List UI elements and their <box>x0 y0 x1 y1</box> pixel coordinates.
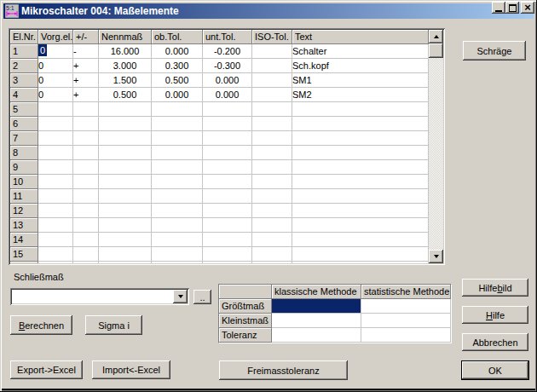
grid-cell[interactable] <box>38 189 73 204</box>
grid-cell[interactable] <box>203 189 252 204</box>
grid-cell[interactable] <box>152 175 203 189</box>
grid-cell[interactable]: + <box>73 88 99 102</box>
berechnen-button[interactable]: Berechnen <box>10 315 72 335</box>
grid-cell[interactable] <box>99 233 152 247</box>
grid-cell[interactable] <box>252 102 292 117</box>
schliessmass-value[interactable] <box>12 290 173 303</box>
grid-cell[interactable] <box>203 102 252 117</box>
grid-cell[interactable] <box>99 146 152 160</box>
grid-cell[interactable] <box>152 247 203 262</box>
grid-cell[interactable] <box>73 131 99 146</box>
grid-cell[interactable] <box>252 204 292 218</box>
grid-cell[interactable] <box>252 59 292 73</box>
grid-cell[interactable] <box>292 189 429 204</box>
hilfebild-button[interactable]: Hilfebild <box>462 279 528 297</box>
grid-cell[interactable]: SM1 <box>292 73 429 88</box>
toleranz-klassisch-cell[interactable] <box>272 328 361 343</box>
grid-cell[interactable] <box>203 117 252 131</box>
grid-cell[interactable] <box>252 262 292 263</box>
grid-cell[interactable] <box>152 204 203 218</box>
grid-cell[interactable] <box>152 233 203 247</box>
grid-cell[interactable] <box>99 160 152 175</box>
grid-cell[interactable] <box>203 262 252 263</box>
grid-cell[interactable] <box>99 204 152 218</box>
grid-cell[interactable] <box>292 117 429 131</box>
scroll-up-button[interactable] <box>429 30 443 43</box>
grid-cell[interactable] <box>252 247 292 262</box>
grid-cell[interactable]: 1.500 <box>99 73 152 88</box>
grid-cell[interactable] <box>252 233 292 247</box>
grid-cell[interactable]: Sch.kopf <box>292 59 429 73</box>
export-excel-button[interactable]: Export->Excel <box>10 360 83 379</box>
grid-cell[interactable] <box>73 262 99 263</box>
grid-cell[interactable]: -0.300 <box>203 59 252 73</box>
grid-cell[interactable] <box>203 160 252 175</box>
grid-cell[interactable]: - <box>73 44 99 59</box>
grid-cell[interactable] <box>252 146 292 160</box>
grid-cell[interactable]: 0 <box>38 59 73 73</box>
grid-cell[interactable] <box>38 117 73 131</box>
minimize-button[interactable] <box>492 2 505 14</box>
sigma-i-button[interactable]: Sigma i <box>85 315 142 335</box>
grid-cell[interactable] <box>252 44 292 59</box>
grid-cell[interactable] <box>292 262 429 263</box>
abbrechen-button[interactable]: Abbrechen <box>462 333 528 351</box>
grid-cell[interactable]: -0.200 <box>203 44 252 59</box>
grid-cell[interactable] <box>292 160 429 175</box>
grid-cell[interactable] <box>203 175 252 189</box>
grid-cell[interactable]: Schalter <box>292 44 429 59</box>
grid-cell[interactable] <box>252 160 292 175</box>
grid-cell[interactable] <box>152 102 203 117</box>
grid-cell[interactable] <box>152 146 203 160</box>
grid-cell[interactable] <box>99 189 152 204</box>
grid-cell[interactable]: 16.000 <box>99 44 152 59</box>
grid-cell[interactable]: 3.000 <box>99 59 152 73</box>
grid-cell[interactable] <box>38 131 73 146</box>
grid-cell[interactable] <box>292 204 429 218</box>
kleinstmass-statistisch-cell[interactable] <box>361 314 451 328</box>
grid-cell[interactable]: 0 <box>38 88 73 102</box>
grid-cell[interactable] <box>152 117 203 131</box>
import-excel-button[interactable]: Import<-Excel <box>92 360 170 379</box>
grid-cell[interactable] <box>203 204 252 218</box>
grid-cell[interactable] <box>99 247 152 262</box>
grid-cell[interactable] <box>99 175 152 189</box>
schliessmass-combobox[interactable] <box>10 288 189 305</box>
grid-cell[interactable] <box>152 189 203 204</box>
grid-cell[interactable] <box>73 146 99 160</box>
grid-cell[interactable] <box>99 102 152 117</box>
kleinstmass-klassisch-cell[interactable] <box>272 314 361 328</box>
grid-cell[interactable]: 0.000 <box>203 73 252 88</box>
vertical-scrollbar[interactable] <box>429 30 443 263</box>
grid-cell[interactable] <box>73 189 99 204</box>
grid-cell[interactable] <box>99 218 152 233</box>
grid-cell[interactable] <box>99 117 152 131</box>
grid-cell[interactable] <box>252 88 292 102</box>
grid-cell[interactable]: 0.000 <box>152 44 203 59</box>
grid-cell[interactable] <box>152 160 203 175</box>
grid-cell[interactable] <box>38 218 73 233</box>
grid-cell[interactable] <box>73 204 99 218</box>
grid-cell[interactable]: 0.500 <box>99 88 152 102</box>
freimasstoleranz-button[interactable]: Freimasstoleranz <box>219 360 348 380</box>
grid-cell[interactable]: SM2 <box>292 88 429 102</box>
grid-cell[interactable] <box>38 160 73 175</box>
grid-cell[interactable] <box>252 218 292 233</box>
grid-cell[interactable] <box>99 131 152 146</box>
grid-cell[interactable] <box>292 247 429 262</box>
grid-cell[interactable] <box>292 102 429 117</box>
scrollbar-thumb[interactable] <box>429 43 443 58</box>
grid-cell[interactable]: 0 <box>38 44 73 59</box>
grid-cell[interactable] <box>38 204 73 218</box>
grid-cell[interactable] <box>292 131 429 146</box>
grid-cell[interactable] <box>152 218 203 233</box>
grid-cell[interactable] <box>203 233 252 247</box>
grid-cell[interactable] <box>292 218 429 233</box>
grid-cell[interactable] <box>252 73 292 88</box>
title-bar[interactable]: 5:1 Mikroschalter 004: Maßelemente <box>3 3 534 19</box>
grid-cell[interactable]: 0.000 <box>152 88 203 102</box>
grid-cell[interactable] <box>203 218 252 233</box>
ok-button[interactable]: OK <box>462 361 528 379</box>
grid-cell[interactable] <box>99 262 152 263</box>
grid-cell[interactable] <box>73 160 99 175</box>
